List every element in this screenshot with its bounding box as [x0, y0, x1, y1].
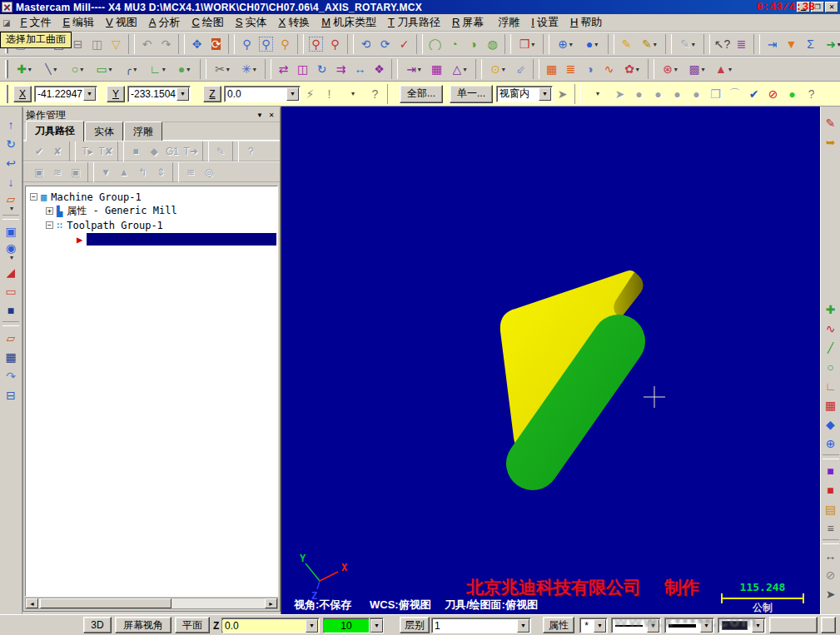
tree-expander[interactable]: +: [46, 207, 53, 215]
x-coordinate-combo[interactable]: -41.22947 ▼: [34, 86, 97, 102]
dropdown-arrow-icon[interactable]: ▾: [351, 90, 355, 97]
analyze-button[interactable]: ≣▾: [732, 34, 751, 54]
fast-point-button[interactable]: ⚡▾: [301, 84, 320, 104]
graphics-viewport[interactable]: Y X Z 视角:不保存 WCS:俯视图 刀具/绘图面:俯视图 北京兆迪科技有限…: [281, 107, 820, 614]
line-style-combo[interactable]: ▼: [611, 618, 661, 633]
dock-view-up-button[interactable]: ↑▾: [2, 115, 20, 134]
tree-item-label[interactable]: 属性 - Generic Mill: [67, 204, 176, 218]
line-width-arrow-icon[interactable]: ▼: [700, 619, 713, 633]
dropdown-arrow-icon[interactable]: ▾: [109, 66, 112, 73]
dock-view-swing-button[interactable]: ↩▾: [2, 153, 20, 172]
tree-item-properties[interactable]: + ▙ 属性 - Generic Mill: [26, 204, 277, 218]
dock-grid-cube-button[interactable]: ▦▾: [2, 347, 20, 366]
dock-cabinet-button[interactable]: ⊟▾: [2, 385, 20, 404]
draft-surface-button[interactable]: ✿▾: [619, 59, 645, 79]
z-depth-combo[interactable]: 0.0 ▼: [221, 618, 320, 633]
y-coordinate-combo[interactable]: -233.15041 ▼: [127, 86, 191, 102]
dock-view-down-button[interactable]: ↓▾: [2, 172, 20, 191]
toolbar-drag-handle[interactable]: [5, 85, 8, 103]
quick-arrow-button[interactable]: ↔▾: [822, 546, 840, 565]
quick-red-swatch-button[interactable]: ■▾: [822, 480, 840, 499]
create-rect-button[interactable]: ▭▾: [91, 59, 117, 79]
lightbulb-button[interactable]: ⊙▾: [485, 59, 511, 79]
panel-close-icon[interactable]: ✕: [266, 110, 277, 121]
y-combo-arrow-icon[interactable]: ▼: [176, 87, 189, 101]
selection-help-button[interactable]: ?▾: [802, 84, 821, 104]
dropdown-arrow-icon[interactable]: ▾: [636, 66, 639, 73]
statusbar-corner-button[interactable]: [821, 617, 836, 633]
tab-art[interactable]: 浮雕: [124, 122, 162, 141]
quick-line-button[interactable]: ╱▾: [822, 338, 840, 357]
line-style-arrow-icon[interactable]: ▼: [647, 619, 659, 633]
dropdown-arrow-icon[interactable]: ▾: [654, 41, 657, 48]
select-validate-button[interactable]: ✔▾: [744, 84, 763, 104]
dropdown-arrow-icon[interactable]: ▾: [253, 66, 256, 73]
sweep-surface-button[interactable]: ∿▾: [599, 59, 619, 79]
planes-globe-button[interactable]: ⊕▾: [552, 34, 579, 54]
color-current-value[interactable]: 10: [324, 620, 369, 632]
dropdown-arrow-icon[interactable]: ▾: [674, 66, 678, 73]
entity-color-combo[interactable]: ▼: [718, 618, 766, 633]
quick-spline-button[interactable]: ∿▾: [822, 319, 840, 338]
quick-cursor-button[interactable]: ➤▾: [822, 584, 840, 603]
entity-color-arrow-icon[interactable]: ▼: [752, 619, 764, 633]
export-folder-button[interactable]: ➥▾: [822, 132, 840, 151]
scroll-right-icon[interactable]: ►: [265, 598, 277, 608]
xform-mirror-button[interactable]: ◫▾: [293, 59, 312, 79]
z-combo-arrow-icon[interactable]: ▼: [286, 87, 299, 101]
tree-item-toolpath-group[interactable]: − ∷ Toolpath Group-1: [26, 218, 277, 232]
create-line-button[interactable]: ╲▾: [37, 59, 64, 79]
select-end-button[interactable]: ●▾: [783, 84, 802, 104]
dropdown-arrow-icon[interactable]: ▾: [53, 66, 57, 73]
zoom-window-button[interactable]: ⚲▾: [256, 34, 276, 54]
zoom-in-button[interactable]: ⚲▾: [237, 34, 256, 54]
xform-translate-button[interactable]: ⇄▾: [274, 59, 293, 79]
dropdown-arrow-icon[interactable]: ▾: [692, 41, 695, 48]
menu-view[interactable]: V视图: [100, 13, 143, 32]
color-arrow-icon[interactable]: ▼: [370, 619, 383, 633]
orange-funnel-button[interactable]: ▼▾: [782, 34, 801, 54]
cone-model[interactable]: [500, 270, 644, 464]
ruled-surface-button[interactable]: ≣▾: [561, 59, 580, 79]
xform-nesting-button[interactable]: △▾: [446, 59, 473, 79]
z-depth-arrow-icon[interactable]: ▼: [306, 619, 318, 633]
dropdown-arrow-icon[interactable]: ▾: [10, 205, 13, 212]
create-point-button[interactable]: ✚▾: [11, 59, 37, 79]
selection-mode-arrow-icon[interactable]: ▼: [539, 87, 551, 101]
dropdown-arrow-icon[interactable]: ▾: [133, 66, 137, 73]
dock-dark-cube-button[interactable]: ■▾: [2, 300, 20, 320]
point-style-combo[interactable]: * ▼: [579, 618, 608, 633]
dropdown-arrow-icon[interactable]: ▾: [226, 66, 230, 73]
menu-toolpaths[interactable]: T刀具路径: [382, 13, 446, 32]
xform-project-button[interactable]: ❖▾: [370, 59, 389, 79]
layer-button[interactable]: 层别: [400, 617, 430, 633]
revolve-surface-button[interactable]: ◑▾: [580, 59, 599, 79]
dock-page-flip-button[interactable]: ↷▾: [2, 366, 20, 385]
dropdown-arrow-icon[interactable]: ▾: [728, 66, 732, 73]
create-primitive-button[interactable]: ●▾: [171, 59, 197, 79]
xform-offset-button[interactable]: ⇉▾: [331, 59, 350, 79]
dropdown-arrow-icon[interactable]: ▾: [186, 66, 190, 73]
tab-toolpaths[interactable]: 刀具路径: [26, 121, 84, 141]
point-style-arrow-icon[interactable]: ▼: [594, 619, 606, 633]
fit-view-button[interactable]: ✓▾: [395, 34, 414, 54]
net-surface-button[interactable]: ▦▾: [542, 59, 561, 79]
attributes-button[interactable]: 属性: [543, 617, 574, 633]
quick-layer-button[interactable]: ≡▾: [822, 518, 840, 538]
tree-expander[interactable]: −: [46, 221, 53, 229]
dropdown-arrow-icon[interactable]: ▾: [569, 41, 573, 48]
pan-button[interactable]: ✥▾: [187, 34, 206, 54]
shading-sphere-button[interactable]: ●▾: [579, 34, 605, 54]
y-coordinate-value[interactable]: -233.15041: [128, 88, 176, 100]
line-width-combo[interactable]: ▼: [664, 618, 714, 633]
close-button[interactable]: ✕: [825, 2, 838, 12]
select-cancel-button[interactable]: ⊘▾: [763, 84, 783, 104]
menu-solids[interactable]: S实体: [230, 13, 273, 32]
menu-art[interactable]: 浮雕: [490, 13, 525, 32]
shaded-view-button[interactable]: ◑▾: [464, 34, 483, 54]
dropdown-arrow-icon[interactable]: ▾: [418, 66, 421, 73]
z-depth-value[interactable]: 0.0: [222, 620, 305, 632]
select-lasso-button[interactable]: ➤▾: [553, 84, 572, 104]
dropdown-arrow-icon[interactable]: ▾: [502, 66, 505, 73]
toolbar-drag-handle[interactable]: [5, 60, 8, 78]
